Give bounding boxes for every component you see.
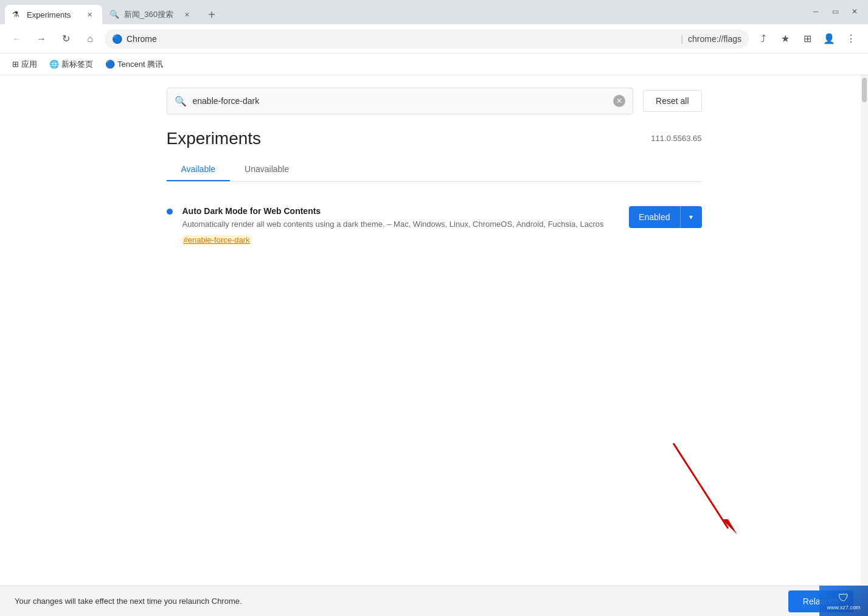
enabled-button-arrow: ▾	[680, 206, 702, 228]
page-header: Experiments 111.0.5563.65	[167, 129, 702, 148]
bookmark-tencent[interactable]: 🔵 Tencent 腾讯	[100, 57, 168, 72]
home-button[interactable]: ⌂	[80, 29, 100, 49]
minimize-button[interactable]: ─	[807, 5, 824, 18]
bookmark-newtab[interactable]: 🌐 新标签页	[44, 57, 98, 72]
exp-tabs-row: Available Unavailable	[167, 158, 702, 181]
new-tab-button[interactable]: +	[202, 5, 221, 24]
bookmark-apps-label: 应用	[21, 59, 37, 70]
search-box: 🔍 ✕	[167, 88, 634, 114]
page-title: Experiments	[167, 129, 262, 148]
newtab-icon: 🌐	[49, 60, 59, 69]
watermark-icon: 🛡	[838, 592, 849, 604]
scrollbar-thumb[interactable]	[862, 78, 867, 102]
tab-close-news360[interactable]: ✕	[181, 9, 192, 20]
tab-unavailable[interactable]: Unavailable	[230, 158, 304, 181]
search-container: 🔍 ✕ Reset all	[167, 88, 702, 114]
apps-icon: ⊞	[12, 60, 19, 69]
address-site-label: Chrome	[127, 34, 676, 44]
search-clear-button[interactable]: ✕	[613, 95, 625, 107]
content-area: 🔍 ✕ Reset all Experiments 111.0.5563.65 …	[0, 75, 868, 586]
forward-button[interactable]: →	[32, 29, 51, 49]
tab-title-experiments: Experiments	[27, 10, 79, 19]
tab-favicon-experiments: ⚗	[12, 10, 22, 19]
bookmark-apps[interactable]: ⊞ 应用	[7, 57, 42, 72]
feature-description: Automatically render all web contents us…	[182, 218, 620, 230]
menu-button[interactable]: ⋮	[841, 29, 861, 49]
feature-control: Enabled ▾	[629, 206, 701, 228]
feature-tag[interactable]: #enable-force-dark	[182, 235, 251, 244]
title-bar: ⚗ Experiments ✕ 🔍 新闻_360搜索 ✕ + ─ ▭ ✕	[0, 0, 868, 24]
navigation-bar: ← → ↻ ⌂ 🔵 Chrome | chrome://flags ⤴ ★ ⊞ …	[0, 24, 868, 54]
refresh-button[interactable]: ↻	[56, 29, 75, 49]
tab-news360[interactable]: 🔍 新闻_360搜索 ✕	[102, 5, 200, 24]
enabled-button-label: Enabled	[629, 212, 679, 222]
extensions-button[interactable]: ⊞	[797, 29, 817, 49]
feature-indicator	[167, 209, 173, 215]
experiments-page: 🔍 ✕ Reset all Experiments 111.0.5563.65 …	[142, 75, 726, 267]
nav-actions: ⤴ ★ ⊞ 👤 ⋮	[754, 29, 861, 49]
feature-enabled-button[interactable]: Enabled ▾	[629, 206, 701, 228]
search-icon: 🔍	[175, 95, 187, 107]
tabs-container: Available Unavailable	[167, 158, 702, 182]
bottom-bar: Your changes will take effect the next t…	[0, 586, 868, 616]
feature-title: Auto Dark Mode for Web Contents	[182, 206, 620, 216]
reset-all-button[interactable]: Reset all	[643, 90, 701, 112]
version-label: 111.0.5563.65	[651, 134, 701, 143]
address-bar[interactable]: 🔵 Chrome | chrome://flags	[105, 29, 749, 49]
window-controls: ─ ▭ ✕	[807, 5, 863, 18]
scrollbar[interactable]	[861, 75, 868, 586]
address-favicon: 🔵	[112, 34, 122, 44]
tab-title-news360: 新闻_360搜索	[124, 9, 176, 20]
feature-item: Auto Dark Mode for Web Contents Automati…	[167, 196, 702, 255]
watermark: 🛡 www.xz7.com	[819, 586, 868, 616]
watermark-text: www.xz7.com	[827, 604, 860, 611]
feature-content: Auto Dark Mode for Web Contents Automati…	[182, 206, 620, 245]
bookmark-button[interactable]: ★	[776, 29, 795, 49]
address-url: chrome://flags	[688, 34, 741, 44]
tencent-icon: 🔵	[105, 60, 115, 69]
close-button[interactable]: ✕	[846, 5, 863, 18]
address-separator: |	[681, 34, 683, 44]
bookmarks-bar: ⊞ 应用 🌐 新标签页 🔵 Tencent 腾讯	[0, 54, 868, 75]
back-button[interactable]: ←	[7, 29, 27, 49]
tab-close-experiments[interactable]: ✕	[84, 9, 95, 20]
maximize-button[interactable]: ▭	[827, 5, 844, 18]
profile-button[interactable]: 👤	[819, 29, 839, 49]
bookmark-newtab-label: 新标签页	[61, 59, 93, 70]
share-button[interactable]: ⤴	[754, 29, 773, 49]
tab-available[interactable]: Available	[167, 158, 231, 181]
tab-experiments[interactable]: ⚗ Experiments ✕	[5, 5, 102, 24]
search-input[interactable]	[193, 96, 608, 106]
tab-favicon-news360: 🔍	[109, 10, 119, 19]
bookmark-tencent-label: Tencent 腾讯	[117, 59, 163, 70]
bottom-message: Your changes will take effect the next t…	[15, 597, 242, 606]
